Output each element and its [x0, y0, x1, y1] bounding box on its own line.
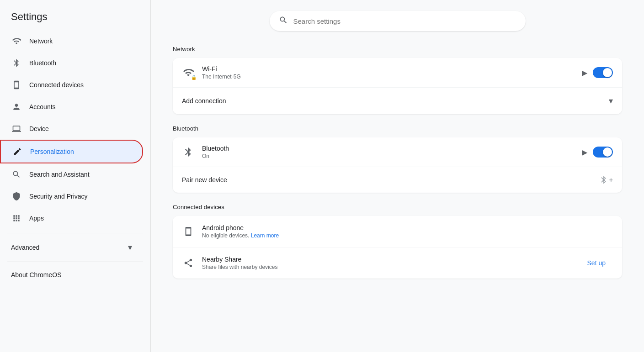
phone-icon: [11, 79, 22, 90]
connected-devices-card: Android phone No eligible devices. Learn…: [173, 216, 622, 278]
wifi-lock-icon: 🔒: [182, 66, 195, 79]
sidebar-label-personalization: Personalization: [30, 148, 74, 155]
main-content: Network 🔒 Wi-Fi The Internet-5G ▶ Add co…: [151, 0, 644, 352]
chevron-down-icon: ▾: [128, 242, 132, 252]
search-bar: [270, 11, 526, 31]
add-bluetooth-plus-icon: +: [609, 176, 613, 184]
pair-new-device-row[interactable]: Pair new device +: [173, 167, 622, 193]
wifi-toggle[interactable]: [593, 67, 613, 78]
wifi-row-right: ▶: [582, 67, 613, 78]
sidebar-label-connected-devices: Connected devices: [29, 81, 84, 89]
android-phone-title: Android phone: [202, 224, 613, 231]
sidebar-label-apps: Apps: [29, 215, 44, 222]
sidebar-divider-2: [7, 262, 143, 262]
sidebar-label-device: Device: [29, 125, 49, 132]
wifi-row-text: Wi-Fi The Internet-5G: [202, 65, 575, 80]
bluetooth-row-text: Bluetooth On: [202, 145, 575, 159]
bluetooth-title: Bluetooth: [202, 145, 575, 152]
lock-badge-icon: 🔒: [191, 75, 197, 80]
sidebar-divider: [7, 233, 143, 233]
add-connection-row[interactable]: Add connection ▾: [173, 88, 622, 114]
sidebar-item-accounts[interactable]: Accounts: [0, 96, 143, 118]
search-bar-wrapper: [173, 11, 622, 31]
sidebar-item-advanced[interactable]: Advanced ▾: [0, 237, 143, 258]
wifi-subtitle: The Internet-5G: [202, 74, 575, 80]
connected-devices-section-heading: Connected devices: [173, 204, 622, 210]
sidebar-item-connected-devices[interactable]: Connected devices: [0, 74, 143, 96]
bluetooth-subtitle: On: [202, 153, 575, 159]
sidebar-item-search-assistant[interactable]: Search and Assistant: [0, 163, 143, 185]
app-title: Settings: [0, 7, 150, 30]
add-connection-chevron-icon: ▾: [609, 96, 613, 106]
setup-button[interactable]: Set up: [580, 256, 613, 270]
add-connection-label: Add connection: [182, 97, 226, 105]
bluetooth-chevron-icon: ▶: [582, 148, 587, 157]
android-phone-text: Android phone No eligible devices. Learn…: [202, 224, 613, 239]
bluetooth-row-right: ▶: [582, 147, 613, 158]
sidebar-label-security-privacy: Security and Privacy: [29, 193, 88, 200]
wifi-chevron-icon: ▶: [582, 68, 587, 77]
bluetooth-toggle[interactable]: [593, 147, 613, 158]
sidebar-item-network[interactable]: Network: [0, 30, 143, 52]
learn-more-link[interactable]: Learn more: [251, 232, 279, 239]
bluetooth-icon: [11, 58, 22, 68]
android-phone-icon: [182, 225, 195, 238]
search-bar-icon: [279, 16, 288, 26]
network-card: 🔒 Wi-Fi The Internet-5G ▶ Add connection…: [173, 58, 622, 114]
laptop-icon: [11, 123, 22, 134]
grid-icon: [11, 213, 22, 224]
sidebar-item-bluetooth[interactable]: Bluetooth: [0, 52, 143, 74]
sidebar-item-security-privacy[interactable]: Security and Privacy: [0, 185, 143, 207]
nearby-share-row[interactable]: Nearby Share Share files with nearby dev…: [173, 247, 622, 278]
sidebar-label-network: Network: [29, 37, 53, 45]
edit-icon: [12, 146, 23, 157]
wifi-icon: [11, 36, 22, 47]
nearby-share-subtitle: Share files with nearby devices: [202, 264, 573, 270]
wifi-title: Wi-Fi: [202, 65, 575, 73]
nearby-share-text: Nearby Share Share files with nearby dev…: [202, 256, 573, 270]
bluetooth-section-heading: Bluetooth: [173, 125, 622, 132]
search-icon: [11, 169, 22, 180]
person-icon: [11, 101, 22, 112]
sidebar-label-accounts: Accounts: [29, 103, 56, 110]
nearby-share-title: Nearby Share: [202, 256, 573, 263]
sidebar-item-about[interactable]: About ChromeOS: [0, 266, 143, 284]
android-phone-row[interactable]: Android phone No eligible devices. Learn…: [173, 216, 622, 247]
sidebar: Settings Network Bluetooth Connected dev…: [0, 0, 151, 352]
pair-new-device-label: Pair new device: [182, 176, 227, 184]
sidebar-item-personalization[interactable]: Personalization: [0, 140, 143, 163]
bluetooth-card: Bluetooth On ▶ Pair new device +: [173, 137, 622, 193]
search-input[interactable]: [293, 17, 516, 25]
about-label: About ChromeOS: [11, 271, 62, 278]
wifi-row[interactable]: 🔒 Wi-Fi The Internet-5G ▶: [173, 58, 622, 88]
shield-icon: [11, 191, 22, 202]
network-section-heading: Network: [173, 46, 622, 53]
sidebar-item-device[interactable]: Device: [0, 118, 143, 140]
sidebar-item-apps[interactable]: Apps: [0, 207, 143, 229]
bluetooth-row[interactable]: Bluetooth On ▶: [173, 137, 622, 167]
nearby-share-icon: [182, 257, 195, 269]
bluetooth-row-icon: [182, 146, 195, 158]
sidebar-label-bluetooth: Bluetooth: [29, 59, 56, 67]
android-phone-subtitle: No eligible devices. Learn more: [202, 232, 613, 239]
advanced-label: Advanced: [11, 244, 39, 251]
sidebar-label-search-assistant: Search and Assistant: [29, 171, 90, 178]
pair-bluetooth-icon: +: [599, 175, 613, 184]
